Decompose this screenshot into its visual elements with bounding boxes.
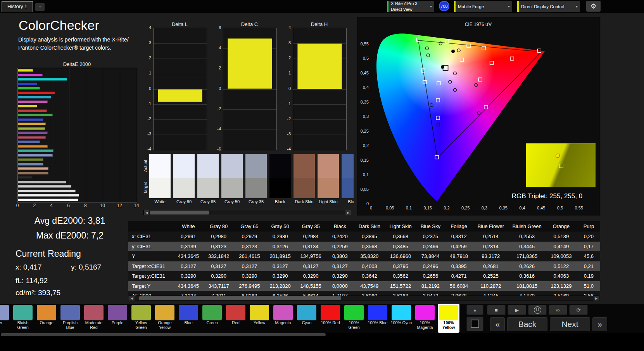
column-header: Orange [545, 221, 577, 232]
source-label: Mobile Forge [458, 4, 506, 9]
patch-button[interactable]: 100% Green [343, 304, 365, 333]
patch-button[interactable]: Magenta [272, 304, 294, 333]
patch-button[interactable]: Orange [36, 304, 57, 333]
gamut-triangle [418, 40, 542, 158]
axis-tick-label: 8 [84, 203, 87, 208]
table-cell: 0,19 [577, 271, 600, 281]
avg-de2000-readout: Avg dE2000: 3,81 [6, 216, 134, 226]
scroll-right-icon[interactable]: ▶ [594, 296, 599, 301]
patch-button[interactable]: Yellow Green [130, 304, 152, 333]
table-cell: 0,3127 [173, 261, 203, 271]
delta-bar [228, 38, 272, 89]
stop-button[interactable]: ■ [487, 305, 506, 315]
tab-history-1[interactable]: History 1 [2, 1, 33, 12]
scrollbar-track[interactable] [149, 210, 345, 215]
back-button[interactable]: Back [507, 317, 547, 331]
cie-chart-title: CIE 1976 u'v' [357, 22, 600, 27]
patch-button[interactable]: Purple [107, 304, 128, 333]
patch-button[interactable]: Purplish Blue [59, 304, 81, 333]
column-header: Light Skin [385, 221, 416, 232]
meter-count-badge[interactable]: 708 [439, 1, 449, 11]
pattern-window-icon [471, 320, 479, 328]
scroll-left-icon[interactable]: ◀ [129, 296, 135, 301]
meter-dropdown[interactable]: X-Rite i1Pro 3 Direct View ▾ [387, 1, 434, 12]
table-row: Target Y434,3645343,7117276,9495213,2820… [128, 281, 600, 291]
axis-tick-label: 1 [279, 71, 291, 75]
swatch-actual [173, 154, 195, 178]
next-button[interactable]: Next [550, 317, 590, 331]
patch-button[interactable]: 100% Cyan [390, 304, 412, 333]
axis-tick-label: -2 [209, 106, 221, 111]
table-cell: 3,5169 [545, 291, 577, 296]
pattern-window-button[interactable] [466, 316, 483, 331]
table-cell: 110,2872 [473, 281, 509, 291]
scroll-left-icon[interactable]: ◀ [144, 210, 149, 215]
patch-button[interactable]: 100% Red [319, 304, 341, 333]
source-dropdown[interactable]: Mobile Forge ▾ [454, 1, 512, 12]
table-cell: 0,2420 [326, 232, 354, 242]
deltaE-bar [18, 167, 48, 170]
scroll-right-icon[interactable]: ▶ [345, 210, 351, 215]
patch-button[interactable]: wer [0, 304, 10, 333]
prev-page-button[interactable]: « [490, 317, 505, 331]
display-control-dropdown[interactable]: Direct Display Control ▾ [517, 1, 580, 12]
patch-label: Yellow [249, 321, 270, 325]
deltaE-bar-row [18, 193, 137, 198]
patch-button[interactable]: Bluish Green [12, 304, 34, 333]
table-cell: 0,3616 [509, 271, 545, 281]
h-icon: H [534, 306, 541, 314]
patch-label: Magenta [272, 321, 294, 325]
table-scrollbar[interactable]: ◀ ▶ [129, 296, 599, 301]
patch-swatch [179, 305, 198, 320]
h-mode-button[interactable]: H [528, 305, 547, 315]
patch-label: 100% Red [319, 321, 341, 325]
axis-tick-label: 0 [364, 206, 378, 210]
swatch-name: Gray 50 [221, 198, 243, 206]
swatch-scrollbar[interactable]: ◀ ▶ [143, 210, 351, 215]
table-cell: 343,7117 [204, 281, 234, 291]
patch-button[interactable]: 100% Yellow [438, 304, 459, 333]
patch-button[interactable]: 100% Blue [367, 304, 388, 333]
swatch-row: WhiteGray 80Gray 65Gray 50Gray 35BlackDa… [149, 154, 354, 206]
scrollbar-track[interactable] [135, 296, 594, 301]
patch-button[interactable]: Yellow [249, 304, 270, 333]
patch-label: 100% Yellow [438, 321, 459, 330]
continuous-read-button[interactable]: ∞ [549, 305, 567, 315]
gear-icon[interactable]: ⚙ [586, 1, 601, 12]
scroll-up-button[interactable]: ▲ [466, 305, 483, 315]
refresh-button[interactable]: ⟳ [569, 305, 588, 315]
patch-button[interactable]: 100% Magenta [414, 304, 436, 333]
column-header: Bluish Green [509, 221, 545, 232]
axis-tick-label: 0,05 [383, 206, 397, 210]
patch-swatch [250, 305, 269, 320]
deltaE-bar [18, 176, 32, 179]
target-point [467, 44, 470, 48]
scrollbar-thumb[interactable] [150, 211, 209, 214]
target-point [437, 81, 440, 85]
swatch-actual [245, 154, 267, 178]
patch-button[interactable]: Red [225, 304, 247, 333]
chevron-down-icon: ▾ [576, 4, 578, 9]
patch-bar-scrollbar[interactable] [1, 333, 326, 336]
patch-button[interactable]: Blue [178, 304, 199, 333]
table-cell: 1,7107 [326, 291, 354, 296]
gridline [223, 130, 276, 130]
play-button[interactable]: ▶ [508, 305, 526, 315]
patch-button[interactable]: Green [201, 304, 223, 333]
patch-button[interactable]: Moderate Red [83, 304, 105, 333]
axis-tick-label: -3 [279, 131, 291, 136]
next-page-button[interactable]: » [592, 317, 607, 331]
table-cell: 0,2980 [265, 232, 295, 242]
axis-tick-label: 0 [16, 203, 19, 208]
target-point [510, 57, 514, 61]
scrollbar-thumb[interactable] [139, 296, 341, 300]
deltaE-bar-row [18, 144, 137, 149]
patch-button[interactable]: Orange Yellow [154, 304, 176, 333]
add-tab-button[interactable]: + [35, 3, 45, 11]
axis-tick-label: 0,5 [554, 206, 567, 210]
gridline [154, 119, 207, 120]
target-point [436, 99, 440, 102]
patch-button[interactable]: Cyan [296, 304, 318, 333]
measured-point-filled [451, 50, 455, 53]
table-row: y: CIE310,31390,31230,31230,31260,31340,… [128, 242, 600, 252]
